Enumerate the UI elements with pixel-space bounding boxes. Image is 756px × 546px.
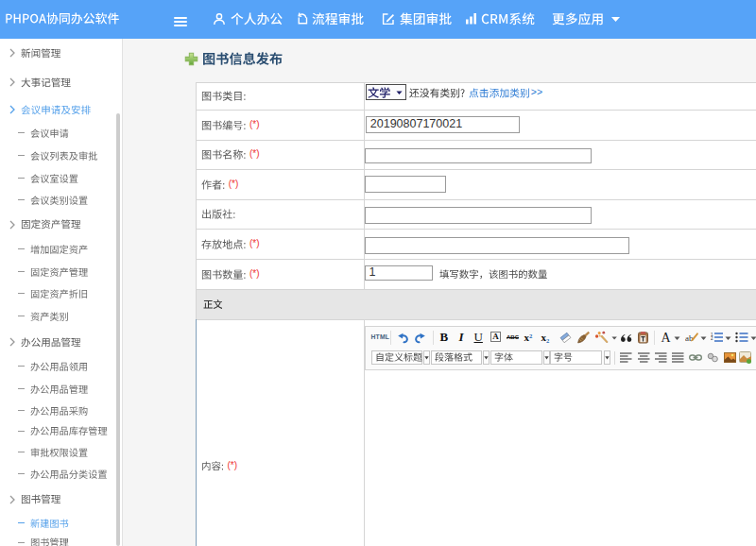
svg-text:2: 2 [711, 336, 713, 341]
svg-text:ab: ab [685, 333, 694, 343]
